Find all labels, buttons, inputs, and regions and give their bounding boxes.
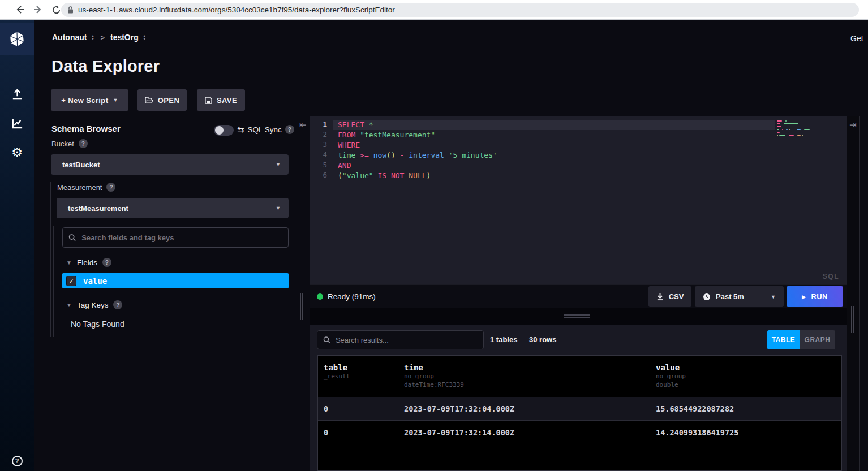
browser-forward-icon[interactable]: [32, 3, 44, 16]
sql-sync-toggle[interactable]: [214, 125, 234, 136]
csv-label: CSV: [669, 292, 684, 301]
minimap-line: [777, 126, 810, 128]
column-header: table_result: [318, 363, 398, 397]
field-value-label: value: [83, 276, 107, 286]
get-started-link[interactable]: Get: [850, 34, 868, 43]
code-line[interactable]: FROM "testMeasurement": [333, 130, 775, 140]
run-button[interactable]: ▶ RUN: [787, 286, 843, 307]
line-number: 2: [310, 130, 327, 140]
tab-graph[interactable]: GRAPH: [800, 330, 835, 349]
time-range-dropdown[interactable]: Past 5m ▼: [695, 286, 784, 307]
open-button[interactable]: OPEN: [137, 89, 187, 111]
page-title: Data Explorer: [51, 57, 160, 76]
collapse-caret-icon: ▼: [66, 302, 72, 308]
fields-section-header[interactable]: ▼ Fields ?: [66, 258, 111, 267]
field-checkbox[interactable]: ✓: [66, 276, 76, 286]
measurement-help-icon[interactable]: ?: [106, 183, 115, 192]
minimap[interactable]: [777, 120, 810, 137]
status-text: Ready (91ms): [328, 292, 376, 301]
project-switcher[interactable]: testOrg ▲▼: [110, 33, 147, 42]
minimap-line: [777, 135, 810, 136]
code-lines[interactable]: SELECT *FROM "testMeasurement"WHEREtime …: [333, 120, 775, 181]
code-line[interactable]: time >= now() - interval '5 minutes': [333, 150, 775, 161]
sql-sync-help-icon[interactable]: ?: [285, 125, 294, 134]
horizontal-resize-strip[interactable]: [310, 308, 847, 325]
save-button[interactable]: SAVE: [197, 89, 245, 111]
indent-guide: [53, 226, 54, 337]
save-icon: [205, 97, 212, 104]
minimap-line: [777, 129, 810, 131]
bucket-label-row: Bucket ?: [51, 139, 88, 148]
browser-reload-icon[interactable]: [50, 3, 62, 16]
data-explorer-icon[interactable]: [0, 114, 34, 133]
table-row: 02023-07-09T17:32:04.000Z15.685449220872…: [318, 397, 841, 421]
no-tags-text: No Tags Found: [71, 319, 124, 329]
code-line[interactable]: WHERE: [333, 140, 775, 150]
code-line[interactable]: AND: [333, 161, 775, 171]
org-name: Autonaut: [52, 33, 87, 42]
schema-search: [62, 227, 289, 248]
folder-icon: [145, 97, 153, 104]
view-tabs: TABLE GRAPH: [767, 330, 835, 349]
minimap-line: [777, 132, 810, 133]
bucket-dropdown[interactable]: testBucket ▼: [51, 154, 289, 175]
tag-keys-section-header[interactable]: ▼ Tag Keys ?: [66, 300, 122, 309]
chevron-down-icon: ▼: [113, 97, 118, 103]
schema-search-input[interactable]: [81, 234, 282, 242]
schema-browser-title: Schema Browser: [51, 124, 121, 133]
line-number: 1: [310, 120, 327, 130]
project-caret-icon: ▲▼: [143, 34, 147, 40]
org-caret-icon: ▲▼: [91, 34, 94, 40]
expand-right-panel-icon[interactable]: ⇥: [849, 120, 857, 129]
table-cell: 0: [318, 428, 398, 437]
results-panel: 1 tables 30 rows TABLE GRAPH table_resul…: [310, 325, 847, 471]
code-line[interactable]: SELECT *: [333, 120, 775, 130]
indent-guide: [50, 182, 51, 337]
table-cell: 15.68544922087282: [650, 404, 841, 413]
results-search-input[interactable]: [336, 336, 478, 344]
tag-keys-help-icon[interactable]: ?: [113, 300, 122, 309]
address-bar[interactable]: us-east-1-1.aws.cloud2.influxdata.com/or…: [61, 3, 859, 17]
settings-gear-icon[interactable]: ⚙: [0, 143, 34, 162]
minimap-divider: [774, 116, 774, 284]
browser-back-icon[interactable]: [14, 3, 26, 16]
run-label: RUN: [811, 292, 827, 301]
table-cell: 14.240993186419725: [650, 428, 841, 437]
new-script-button[interactable]: + New Script ▼: [51, 89, 128, 111]
sql-editor[interactable]: 123456 SELECT *FROM "testMeasurement"WHE…: [310, 116, 847, 284]
help-icon[interactable]: ?: [0, 451, 34, 470]
query-status-bar: Ready (91ms) CSV Past 5m ▼ ▶ RUN: [310, 284, 847, 308]
measurement-dropdown[interactable]: testMeasurement ▼: [57, 198, 289, 218]
results-table-head: table_resulttimeno groupdateTime:RFC3339…: [318, 356, 841, 397]
indent-guide: [62, 312, 62, 335]
right-rail: ⇥: [847, 116, 860, 471]
influxdb-logo[interactable]: [0, 23, 34, 55]
minimap-line: [777, 120, 810, 122]
bucket-help-icon[interactable]: ?: [79, 139, 88, 148]
minimap-line: [777, 123, 810, 125]
browser-chrome: us-east-1-1.aws.cloud2.influxdata.com/or…: [0, 0, 868, 20]
upload-data-icon[interactable]: [0, 84, 34, 103]
line-number: 3: [310, 140, 327, 150]
collapse-left-panel-icon[interactable]: ⇤: [299, 120, 307, 129]
fields-help-icon[interactable]: ?: [102, 258, 111, 267]
column-header: timeno groupdateTime:RFC3339: [398, 363, 650, 397]
new-script-label: + New Script: [61, 96, 108, 105]
line-number: 4: [310, 150, 327, 161]
left-sidebar: ⚙ ?: [0, 20, 34, 471]
search-icon: [323, 336, 330, 344]
language-badge: SQL: [823, 273, 839, 280]
bucket-value: testBucket: [62, 161, 276, 169]
field-item-value[interactable]: ✓ value: [62, 273, 289, 288]
line-number: 6: [310, 171, 327, 181]
tab-table[interactable]: TABLE: [767, 330, 800, 349]
tag-keys-label: Tag Keys: [77, 301, 109, 309]
code-line[interactable]: ("value" IS NOT NULL): [333, 171, 775, 181]
results-search: [317, 330, 484, 349]
csv-button[interactable]: CSV: [648, 286, 691, 307]
breadcrumb-separator: >: [100, 33, 105, 42]
open-label: OPEN: [158, 96, 179, 105]
table-cell: 2023-07-09T17:32:04.000Z: [398, 404, 650, 413]
project-name: testOrg: [110, 33, 139, 42]
org-switcher[interactable]: Autonaut ▲▼: [52, 33, 94, 42]
